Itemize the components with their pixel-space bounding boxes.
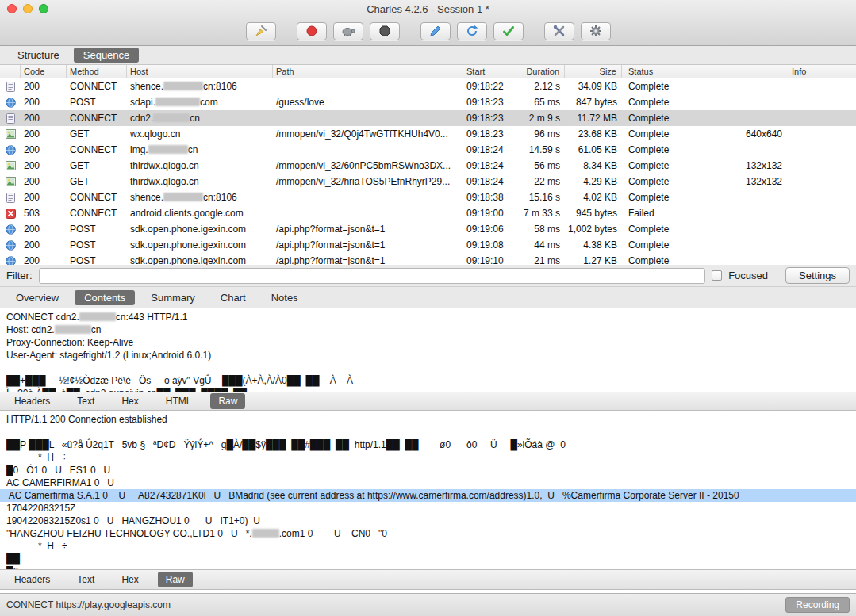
status-bar: CONNECT https://play.googleapis.com Reco… [0, 593, 856, 616]
toolbar-group [544, 22, 611, 40]
redacted-text [153, 113, 190, 122]
table-row[interactable]: 200POSTsdk.open.phone.igexin.com/api.php… [0, 221, 856, 237]
cell-code: 200 [21, 255, 67, 265]
table-row[interactable]: 200CONNECTshence.cn:810609:18:222.12 s34… [0, 78, 856, 94]
cell-host: shence.cn:8106 [127, 192, 273, 203]
cell-start: 09:19:00 [463, 208, 512, 219]
tab-hex[interactable]: Hex [113, 393, 146, 409]
toolbar-group [297, 22, 400, 40]
cell-method: POST [67, 224, 127, 235]
repeat-button[interactable] [457, 22, 487, 40]
column-header-status[interactable]: Status [622, 65, 739, 78]
column-header-method[interactable]: Method [67, 65, 127, 78]
row-icon-cell [0, 240, 21, 251]
record-button[interactable] [297, 22, 327, 40]
row-icon-cell [0, 113, 21, 124]
cell-info: 132x132 [739, 160, 856, 171]
table-row[interactable]: 200CONNECTshence.cn:810609:18:3815.16 s4… [0, 189, 856, 205]
column-header-size[interactable]: Size [565, 65, 622, 78]
row-icon-cell [0, 256, 21, 266]
settings-button[interactable] [581, 22, 611, 40]
cell-size: 61.05 KB [565, 144, 622, 155]
request-raw-pane[interactable]: CONNECT cdn2.cn:443 HTTP/1.1Host: cdn2.c… [0, 308, 856, 392]
titlebar[interactable]: Charles 4.2.6 - Session 1 * [0, 0, 856, 17]
gear-icon [589, 25, 602, 37]
view-tab-bar: StructureSequence [0, 46, 856, 65]
filter-input[interactable] [39, 268, 706, 284]
redacted-text [163, 82, 203, 90]
raw-line: * H ÷ [6, 451, 856, 464]
raw-line: CONNECT cdn2.cn:443 HTTP/1.1 [6, 311, 856, 323]
session-table[interactable]: 200CONNECTshence.cn:810609:18:222.12 s34… [0, 78, 856, 265]
cell-host: shence.cn:8106 [127, 81, 273, 92]
tab-hex[interactable]: Hex [113, 572, 146, 587]
column-header-path[interactable]: Path [273, 65, 463, 78]
table-row[interactable]: 200POSTsdk.open.phone.igexin.com/api.php… [0, 253, 856, 265]
cell-duration: 7 m 33 s [512, 208, 565, 219]
filter-label: Filter: [6, 270, 33, 281]
tab-overview[interactable]: Overview [6, 290, 68, 305]
column-header-code[interactable]: Code [21, 65, 67, 78]
table-row[interactable]: 200POSTsdk.open.phone.igexin.com/api.php… [0, 237, 856, 253]
zoom-button[interactable] [39, 4, 48, 13]
cell-path: /mmopen/vi_32/60nPC5bmRSWno3DX... [273, 160, 463, 171]
cell-path: /mmopen/vi_32/Q0j4TwGTfTKHUh4V0... [273, 128, 463, 140]
table-row[interactable]: 200GETthirdwx.qlogo.cn/mmopen/vi_32/hria… [0, 174, 856, 189]
tab-text[interactable]: Text [69, 393, 102, 409]
cell-status: Complete [622, 144, 739, 155]
raw-line [6, 362, 856, 374]
column-header-start[interactable]: Start [463, 65, 512, 78]
tab-text[interactable]: Text [69, 572, 102, 587]
cell-status: Complete [622, 81, 739, 92]
table-row[interactable]: 503CONNECTandroid.clients.google.com09:1… [0, 205, 856, 221]
table-row[interactable]: 200GETwx.qlogo.cn/mmopen/vi_32/Q0j4TwGTf… [0, 126, 856, 142]
focused-checkbox[interactable] [712, 270, 722, 281]
raw-line: HTTP/1.1 200 Connection established [6, 413, 856, 426]
row-icon-cell [0, 129, 21, 139]
cell-method: CONNECT [67, 208, 127, 219]
cell-size: 34.09 KB [565, 81, 622, 92]
compose-button[interactable] [420, 22, 451, 40]
clear-session-button[interactable] [246, 22, 276, 40]
response-tab-bar: HeadersTextHexRaw [0, 569, 856, 590]
pencil-icon [429, 25, 442, 37]
cell-code: 200 [21, 81, 67, 92]
cell-size: 4.02 KB [565, 192, 622, 203]
image-icon [6, 177, 16, 186]
table-row[interactable]: 200GETthirdwx.qlogo.cn/mmopen/vi_32/60nP… [0, 158, 856, 174]
table-row[interactable]: 200POSTsdapi.com/guess/love09:18:2365 ms… [0, 94, 856, 110]
tab-html[interactable]: HTML [158, 393, 200, 409]
breakpoints-button[interactable] [370, 22, 400, 40]
tab-sequence[interactable]: Sequence [74, 48, 140, 63]
cell-info: 132x132 [739, 176, 856, 187]
tab-summary[interactable]: Summary [141, 290, 205, 305]
cell-start: 09:18:22 [463, 81, 512, 92]
table-row[interactable]: 200CONNECTcdn2.cn09:18:232 m 9 s11.72 MB… [0, 110, 856, 126]
response-raw-pane[interactable]: HTTP/1.1 200 Connection established██P █… [0, 411, 856, 569]
tab-notes[interactable]: Notes [262, 290, 308, 305]
tab-structure[interactable]: Structure [8, 48, 69, 63]
settings-button[interactable]: Settings [785, 267, 850, 284]
tab-chart[interactable]: Chart [211, 290, 255, 305]
cell-host: android.clients.google.com [127, 208, 273, 219]
column-header-info[interactable]: Info [739, 65, 856, 78]
repeat-icon [466, 25, 478, 37]
table-row[interactable]: 200CONNECTimg.cn09:18:2414.59 s61.05 KBC… [0, 142, 856, 158]
filter-bar: Filter: Focused Settings [0, 265, 856, 287]
throttle-button[interactable] [333, 22, 363, 40]
tab-headers[interactable]: Headers [6, 572, 58, 587]
minimize-button[interactable] [23, 4, 33, 13]
cell-path: /mmopen/vi_32/hriaTOS5PEfnRhyrP29... [273, 176, 463, 187]
column-header-duration[interactable]: Duration [512, 65, 565, 78]
tools-button[interactable] [544, 22, 574, 40]
recording-badge[interactable]: Recording [785, 597, 850, 613]
validate-button[interactable] [493, 22, 524, 40]
tab-raw[interactable]: Raw [158, 572, 193, 587]
column-header-host[interactable]: Host [127, 65, 273, 78]
tab-headers[interactable]: Headers [6, 393, 58, 409]
tab-raw[interactable]: Raw [210, 393, 245, 409]
close-button[interactable] [7, 4, 17, 13]
cell-duration: 21 ms [512, 255, 565, 265]
tab-contents[interactable]: Contents [75, 290, 135, 305]
cell-path: /api.php?format=json&t=1 [273, 239, 463, 251]
